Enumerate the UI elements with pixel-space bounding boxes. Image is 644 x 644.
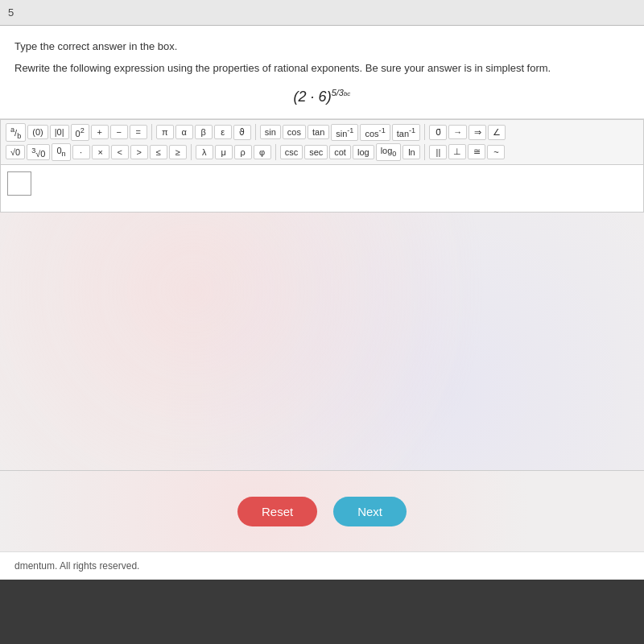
toolbar-lambda[interactable]: λ [196,145,213,159]
toolbar-row1: a/b (0) |0| 02 + − = π α β ε ϑ sin cos t… [6,123,638,142]
toolbar-sin[interactable]: sin [260,125,281,139]
toolbar-separator5 [275,144,276,160]
toolbar-sqrt[interactable]: √0 [6,145,25,159]
toolbar-cbrt[interactable]: 3√0 [27,144,50,161]
toolbar-cos[interactable]: cos [283,125,306,139]
page-number: 5 [8,6,14,19]
toolbar-less-equal[interactable]: ≤ [150,145,167,159]
toolbar-beta[interactable]: β [195,125,213,139]
screen: 5 Type the correct answer in the box. Re… [0,0,644,644]
toolbar-separator4 [191,144,192,160]
toolbar-separator3 [424,124,425,140]
toolbar-pi[interactable]: π [156,125,174,139]
toolbar-similar[interactable]: ~ [487,145,505,159]
toolbar-less-than[interactable]: < [111,145,129,159]
expression-container: (2 · 6)5/3bc [14,88,630,105]
instruction-text: Type the correct answer in the box. [14,40,630,52]
toolbar-row2: √0 3√0 0n · × < > ≤ ≥ λ μ ρ φ csc sec co… [6,143,638,160]
footer: dmentum. All rights reserved. [0,551,644,580]
toolbar-rho[interactable]: ρ [234,145,252,159]
toolbar-minus[interactable]: − [110,125,128,139]
toolbar-arccos[interactable]: cos-1 [360,124,390,141]
toolbar-congruent[interactable]: ≅ [468,144,485,159]
button-section: Reset Next [0,471,644,551]
toolbar-arcsin[interactable]: sin-1 [331,124,358,141]
question-section: Type the correct answer in the box. Rewr… [0,26,644,119]
toolbar-parentheses[interactable]: (0) [27,125,47,139]
footer-text: dmentum. All rights reserved. [14,560,139,572]
toolbar-mu[interactable]: μ [215,145,233,159]
toolbar-ln[interactable]: ln [402,145,420,159]
toolbar-alpha[interactable]: α [175,125,193,139]
answer-box[interactable] [7,171,31,196]
top-bar: 5 [0,0,644,26]
toolbar-superscript[interactable]: 02 [71,124,89,141]
toolbar-theta[interactable]: ϑ [233,125,251,140]
toolbar-greater-than[interactable]: > [130,145,148,159]
toolbar-phi[interactable]: φ [254,145,271,159]
content-area: Type the correct answer in the box. Rewr… [0,26,644,580]
math-toolbar: a/b (0) |0| 02 + − = π α β ε ϑ sin cos t… [0,119,644,164]
toolbar-tan[interactable]: tan [308,125,329,139]
toolbar-csc[interactable]: csc [280,145,303,159]
reset-button[interactable]: Reset [237,497,317,526]
toolbar-parallel[interactable]: || [429,145,447,159]
toolbar-angle[interactable]: ∠ [488,125,506,140]
toolbar-perpendicular[interactable]: ⊥ [448,144,466,159]
toolbar-subscript[interactable]: 0n [52,143,70,160]
toolbar-greater-equal[interactable]: ≥ [169,145,187,159]
toolbar-separator2 [255,124,256,140]
problem-text: Rewrite the following expression using t… [14,60,630,76]
toolbar-sec[interactable]: sec [304,145,328,159]
math-expression: (2 · 6)5/3bc [294,89,351,105]
toolbar-arrow1[interactable]: → [448,125,467,139]
toolbar-log[interactable]: log [353,145,374,159]
answer-area[interactable] [0,164,644,213]
toolbar-plus[interactable]: + [91,125,109,139]
middle-section [0,213,644,470]
next-button[interactable]: Next [333,497,407,526]
toolbar-separator1 [151,124,152,140]
toolbar-logb[interactable]: log0 [376,143,402,160]
toolbar-arrow2[interactable]: ⇒ [469,125,486,140]
toolbar-times[interactable]: × [92,145,109,159]
bottom-dark-area [0,580,644,644]
toolbar-overline[interactable]: 0̄ [429,125,447,140]
toolbar-equals[interactable]: = [130,125,147,139]
toolbar-fraction[interactable]: a/b [6,123,26,142]
toolbar-absolute-value[interactable]: |0| [50,125,69,139]
toolbar-cot[interactable]: cot [329,145,351,159]
toolbar-separator6 [424,144,425,160]
expression-exponent: 5/3bc [332,88,351,97]
toolbar-arctan[interactable]: tan-1 [392,124,420,141]
toolbar-dot[interactable]: · [72,145,90,159]
expression-base: (2 · 6) [294,89,332,105]
toolbar-epsilon[interactable]: ε [214,125,232,139]
